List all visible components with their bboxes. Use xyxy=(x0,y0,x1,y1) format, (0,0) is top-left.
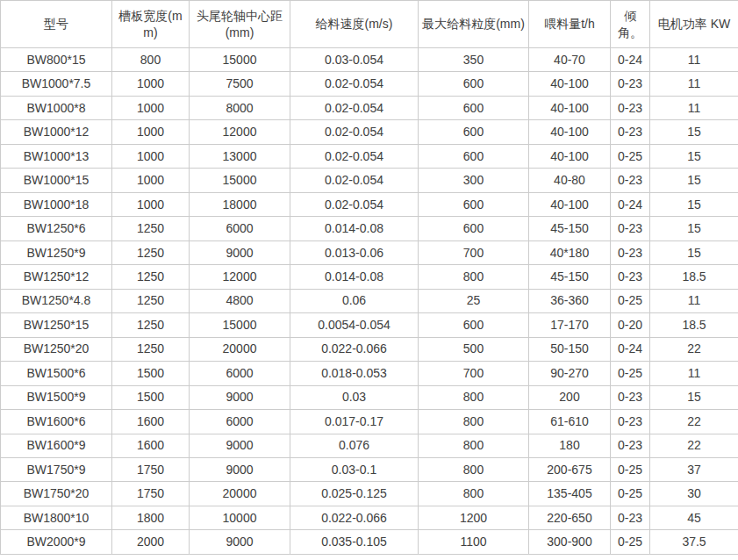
cell-center_distance_mm: 9000 xyxy=(190,457,290,481)
cell-model: BW2000*9 xyxy=(1,530,112,555)
cell-incline_angle: 0-24 xyxy=(611,337,650,361)
table-row: BW1000*151000150000.02-0.05430040-800-23… xyxy=(1,169,738,192)
table-row: BW1000*181000180000.02-0.05460040-1000-2… xyxy=(1,192,738,216)
cell-feed_speed_ms: 0.014-0.08 xyxy=(290,217,419,241)
cell-center_distance_mm: 12000 xyxy=(190,120,290,144)
cell-feed_speed_ms: 0.02-0.054 xyxy=(290,72,419,96)
cell-motor_power_kw: 15 xyxy=(650,169,738,192)
cell-motor_power_kw: 18.5 xyxy=(650,313,738,337)
cell-model: BW1500*6 xyxy=(1,362,112,385)
cell-incline_angle: 0-20 xyxy=(611,313,650,337)
column-header-feed_speed_ms: 给料速度(m/s) xyxy=(290,1,419,48)
table-row: BW1250*121250120000.014-0.0880045-1500-2… xyxy=(1,265,738,289)
table-row: BW1250*9125090000.013-0.0670040*1800-231… xyxy=(1,241,738,264)
cell-max_feed_size_mm: 350 xyxy=(419,48,529,72)
cell-trough_width_mm: 1000 xyxy=(112,144,190,168)
cell-feed_capacity_tph: 40-100 xyxy=(529,192,611,216)
cell-incline_angle: 0-24 xyxy=(611,192,650,216)
cell-trough_width_mm: 1000 xyxy=(112,72,190,96)
cell-trough_width_mm: 800 xyxy=(112,48,190,72)
cell-max_feed_size_mm: 1100 xyxy=(419,530,529,555)
cell-max_feed_size_mm: 800 xyxy=(419,410,529,434)
cell-feed_capacity_tph: 17-170 xyxy=(529,313,611,337)
cell-feed_speed_ms: 0.014-0.08 xyxy=(290,265,419,289)
cell-center_distance_mm: 9000 xyxy=(190,530,290,555)
cell-max_feed_size_mm: 600 xyxy=(419,192,529,216)
cell-center_distance_mm: 4800 xyxy=(190,289,290,312)
cell-trough_width_mm: 1750 xyxy=(112,457,190,481)
cell-feed_capacity_tph: 135-405 xyxy=(529,482,611,506)
cell-feed_speed_ms: 0.022-0.066 xyxy=(290,506,419,529)
cell-max_feed_size_mm: 700 xyxy=(419,241,529,264)
cell-trough_width_mm: 2000 xyxy=(112,530,190,555)
cell-trough_width_mm: 1000 xyxy=(112,169,190,192)
cell-model: BW800*15 xyxy=(1,48,112,72)
cell-feed_speed_ms: 0.022-0.066 xyxy=(290,337,419,361)
cell-feed_speed_ms: 0.02-0.054 xyxy=(290,144,419,168)
cell-center_distance_mm: 15000 xyxy=(190,169,290,192)
cell-model: BW1250*6 xyxy=(1,217,112,241)
cell-feed_capacity_tph: 40-80 xyxy=(529,169,611,192)
cell-motor_power_kw: 15 xyxy=(650,120,738,144)
cell-center_distance_mm: 12000 xyxy=(190,265,290,289)
cell-max_feed_size_mm: 600 xyxy=(419,72,529,96)
cell-max_feed_size_mm: 1200 xyxy=(419,506,529,529)
cell-motor_power_kw: 18.5 xyxy=(650,265,738,289)
cell-feed_capacity_tph: 45-150 xyxy=(529,217,611,241)
cell-model: BW1000*18 xyxy=(1,192,112,216)
table-row: BW1250*201250200000.022-0.06650050-1500-… xyxy=(1,337,738,361)
cell-model: BW1000*12 xyxy=(1,120,112,144)
cell-motor_power_kw: 11 xyxy=(650,362,738,385)
cell-max_feed_size_mm: 600 xyxy=(419,313,529,337)
cell-trough_width_mm: 1250 xyxy=(112,313,190,337)
cell-incline_angle: 0-24 xyxy=(611,48,650,72)
cell-motor_power_kw: 11 xyxy=(650,289,738,312)
cell-feed_speed_ms: 0.02-0.054 xyxy=(290,192,419,216)
cell-feed_speed_ms: 0.03-0.054 xyxy=(290,48,419,72)
cell-center_distance_mm: 9000 xyxy=(190,434,290,457)
table-row: BW1000*7.5100075000.02-0.05460040-1000-2… xyxy=(1,72,738,96)
cell-feed_speed_ms: 0.02-0.054 xyxy=(290,169,419,192)
spec-table-body: BW800*15800150000.03-0.05435040-700-2411… xyxy=(1,48,738,555)
cell-model: BW1500*9 xyxy=(1,385,112,409)
cell-trough_width_mm: 1500 xyxy=(112,385,190,409)
cell-motor_power_kw: 15 xyxy=(650,144,738,168)
cell-feed_capacity_tph: 40-100 xyxy=(529,96,611,119)
cell-center_distance_mm: 15000 xyxy=(190,313,290,337)
table-row: BW1750*201750200000.025-0.125800135-4050… xyxy=(1,482,738,506)
table-row: BW1500*9150090000.038002000-2315 xyxy=(1,385,738,409)
cell-max_feed_size_mm: 500 xyxy=(419,337,529,361)
cell-feed_capacity_tph: 40-100 xyxy=(529,72,611,96)
cell-model: BW1600*9 xyxy=(1,434,112,457)
table-row: BW800*15800150000.03-0.05435040-700-2411 xyxy=(1,48,738,72)
cell-model: BW1250*15 xyxy=(1,313,112,337)
cell-center_distance_mm: 20000 xyxy=(190,337,290,361)
table-row: BW1000*8100080000.02-0.05460040-1000-231… xyxy=(1,96,738,119)
cell-feed_capacity_tph: 300-900 xyxy=(529,530,611,555)
cell-feed_capacity_tph: 40-100 xyxy=(529,120,611,144)
cell-model: BW1750*9 xyxy=(1,457,112,481)
cell-motor_power_kw: 15 xyxy=(650,217,738,241)
cell-incline_angle: 0-23 xyxy=(611,169,650,192)
column-header-feed_capacity_tph: 喂料量t/h xyxy=(529,1,611,48)
table-row: BW1800*101800100000.022-0.0661200220-650… xyxy=(1,506,738,529)
cell-model: BW1250*4.8 xyxy=(1,289,112,312)
cell-max_feed_size_mm: 300 xyxy=(419,169,529,192)
cell-trough_width_mm: 1000 xyxy=(112,96,190,119)
cell-max_feed_size_mm: 25 xyxy=(419,289,529,312)
cell-feed_speed_ms: 0.03-0.1 xyxy=(290,457,419,481)
cell-incline_angle: 0-23 xyxy=(611,96,650,119)
cell-trough_width_mm: 1250 xyxy=(112,289,190,312)
cell-center_distance_mm: 10000 xyxy=(190,506,290,529)
cell-center_distance_mm: 9000 xyxy=(190,385,290,409)
cell-feed_speed_ms: 0.03 xyxy=(290,385,419,409)
cell-max_feed_size_mm: 800 xyxy=(419,457,529,481)
cell-feed_capacity_tph: 40*180 xyxy=(529,241,611,264)
cell-motor_power_kw: 15 xyxy=(650,241,738,264)
cell-model: BW1600*6 xyxy=(1,410,112,434)
cell-motor_power_kw: 37 xyxy=(650,457,738,481)
cell-incline_angle: 0-25 xyxy=(611,362,650,385)
column-header-max_feed_size_mm: 最大给料粒度(mm) xyxy=(419,1,529,48)
cell-feed_speed_ms: 0.025-0.125 xyxy=(290,482,419,506)
cell-feed_speed_ms: 0.06 xyxy=(290,289,419,312)
